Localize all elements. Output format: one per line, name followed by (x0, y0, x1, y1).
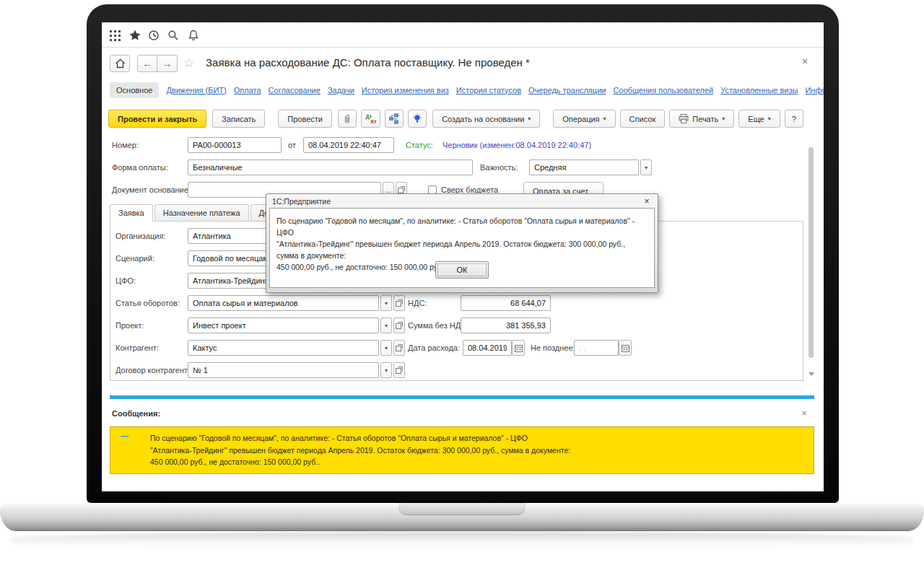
page-title: Заявка на расходование ДС: Оплата постав… (206, 56, 530, 69)
chevron-down-icon: ▾ (385, 323, 388, 329)
number-input[interactable] (188, 137, 282, 153)
search-icon[interactable] (167, 29, 180, 42)
messages-close-icon[interactable]: × (798, 408, 810, 419)
project-open-button[interactable] (393, 317, 405, 333)
project-input[interactable] (188, 317, 379, 333)
tab-informaciya[interactable]: Информация (805, 86, 824, 95)
vat-input[interactable] (461, 295, 551, 311)
printer-icon (679, 114, 689, 123)
not-later-input[interactable] (574, 340, 619, 356)
message-line: По сценарию "Годовой по месяцам", по ана… (150, 432, 806, 444)
counterparty-input[interactable] (188, 340, 379, 356)
favorites-star-icon[interactable] (128, 29, 141, 42)
importance-dropdown-button[interactable]: ▾ (640, 159, 652, 175)
chevron-down-icon: ▾ (603, 115, 606, 122)
laptop-base (0, 503, 924, 530)
history-clock-icon[interactable] (147, 29, 160, 42)
messages-title: Сообщения: (112, 409, 160, 418)
notifications-bell-icon[interactable] (187, 29, 200, 42)
menu-grid-icon[interactable] (108, 29, 121, 42)
vertical-scrollbar[interactable] (808, 144, 814, 386)
sum-without-vat-input[interactable] (461, 317, 551, 333)
contract-dropdown-button[interactable]: ▾ (380, 362, 392, 378)
dialog-close-icon[interactable]: × (642, 196, 652, 206)
ok-button[interactable]: ОК (435, 261, 489, 279)
app-screen: ← → ☆ Заявка на расходование ДС: Оплата … (102, 22, 824, 491)
importance-input[interactable] (529, 159, 639, 175)
tab-soobshcheniya-polzovateley[interactable]: Сообщения пользователей (613, 86, 713, 95)
expense-date-label: Дата расхода: (408, 343, 460, 352)
calendar-icon (622, 344, 629, 352)
home-button[interactable] (110, 55, 130, 72)
payment-form-input[interactable] (188, 159, 473, 175)
tab-naznachenie-platezha[interactable]: Назначение платежа (154, 204, 249, 222)
turnover-open-button[interactable] (393, 295, 405, 311)
contract-input[interactable] (188, 362, 379, 378)
hints-button[interactable] (408, 110, 427, 128)
tab-istoriya-viz[interactable]: История изменения виз (362, 86, 449, 95)
counterparty-open-button[interactable] (393, 340, 405, 356)
list-button[interactable]: Список (620, 110, 666, 128)
tab-osnovnoe[interactable]: Основное (110, 82, 159, 98)
status-value-link[interactable]: Черновик (изменен:08.04.2019 22:40:47) (443, 141, 591, 149)
home-icon (115, 58, 126, 69)
turnover-item-input[interactable] (188, 295, 379, 311)
turnover-dropdown-button[interactable]: ▾ (380, 295, 392, 311)
top-icon-bar (102, 22, 824, 48)
forward-button[interactable]: → (157, 55, 178, 72)
tab-istoriya-statusov[interactable]: История статусов (456, 86, 521, 95)
dialog-body: По сценарию "Годовой по месяцам", по ана… (269, 208, 655, 288)
chevron-down-icon: ▾ (528, 115, 531, 122)
scrollbar-thumb[interactable] (808, 147, 814, 358)
from-label: от (288, 141, 296, 149)
tab-oplata[interactable]: Оплата (234, 86, 261, 95)
toolbar: Провести и закрыть Записать Провести ДтК… (108, 110, 803, 128)
scrollbar-down-arrow[interactable] (808, 372, 814, 376)
status-label: Статус: (406, 141, 433, 149)
debit-credit-icon: ДтКт (365, 114, 375, 124)
expense-date-calendar-button[interactable] (512, 340, 525, 356)
tab-ochered-translyacii[interactable]: Очередь трансляции (528, 86, 606, 95)
debit-credit-button[interactable]: ДтКт (361, 110, 380, 128)
more-button[interactable]: Еще ▾ (738, 110, 780, 128)
tab-dvizheniya-bit[interactable]: Движения (БИТ) (166, 86, 226, 95)
sum-without-vat-label: Сумма без НДС: (408, 321, 468, 330)
tab-zayavka[interactable]: Заявка (110, 204, 153, 222)
laptop-notch (398, 503, 526, 515)
message-line: 450 000,00 руб., не достаточно: 150 000,… (150, 456, 806, 468)
dialog-title: 1С:Предприятие (272, 197, 331, 206)
messages-separator-bar (110, 395, 814, 399)
operation-button[interactable]: Операция ▾ (553, 110, 615, 128)
tab-zadachi[interactable]: Задачи (328, 86, 354, 95)
turnover-item-label: Статья оборотов: (116, 299, 180, 307)
print-button[interactable]: Печать ▾ (669, 110, 734, 128)
help-button[interactable]: ? (785, 110, 803, 128)
expense-date-input[interactable] (463, 340, 512, 356)
chevron-down-icon: ▾ (722, 115, 725, 122)
attachments-button[interactable] (338, 110, 357, 128)
contract-open-button[interactable] (393, 362, 405, 378)
datetime-input[interactable] (303, 137, 394, 153)
favorite-toggle-star-icon[interactable]: ☆ (183, 56, 194, 71)
not-later-calendar-button[interactable] (619, 340, 632, 356)
counterparty-dropdown-button[interactable]: ▾ (380, 340, 392, 356)
save-button[interactable]: Записать (212, 110, 265, 128)
chevron-down-icon: ▾ (385, 367, 388, 374)
project-dropdown-button[interactable]: ▾ (380, 317, 392, 333)
budget-warning-message[interactable]: — По сценарию "Годовой по месяцам", по а… (110, 426, 814, 474)
window-close-icon[interactable]: × (798, 56, 811, 69)
open-link-icon (396, 367, 403, 374)
tab-ustanovlennye-vizy[interactable]: Установленные визы (720, 86, 798, 95)
back-button[interactable]: ← (137, 55, 157, 72)
post-button[interactable]: Провести (278, 110, 332, 128)
tab-soglasovanie[interactable]: Согласование (269, 86, 321, 95)
nav-tabs: Основное Движения (БИТ) Оплата Согласова… (110, 80, 808, 100)
dialog-titlebar[interactable]: 1С:Предприятие × (269, 194, 655, 208)
document-structure-button[interactable] (385, 110, 404, 128)
post-and-close-button[interactable]: Провести и закрыть (108, 110, 206, 128)
create-based-on-label: Создать на основании (442, 115, 524, 123)
message-dash-icon: — (121, 432, 128, 440)
open-link-icon (396, 299, 403, 307)
create-based-on-button[interactable]: Создать на основании ▾ (432, 110, 540, 128)
not-later-label: Не позднее: (531, 343, 575, 352)
